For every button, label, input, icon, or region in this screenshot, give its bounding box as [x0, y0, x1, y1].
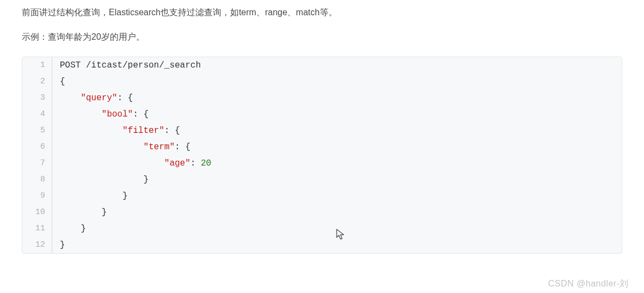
watermark: CSDN @handler-刘: [548, 278, 629, 290]
line-number: 10: [22, 204, 52, 221]
code-line: 9 }: [22, 188, 622, 204]
code-content: {: [52, 74, 65, 90]
code-token: [60, 158, 164, 168]
code-line: 11 }: [22, 221, 622, 237]
line-number: 1: [22, 57, 52, 74]
code-line: 8 }: [22, 172, 622, 188]
code-token: {: [60, 77, 65, 87]
code-token: }: [60, 207, 107, 217]
code-token: }: [60, 175, 148, 185]
code-token: 20: [201, 158, 211, 168]
line-number: 11: [22, 221, 52, 237]
code-token: "term": [144, 142, 175, 152]
code-line: 10 }: [22, 204, 622, 221]
code-content: }: [52, 237, 65, 253]
code-content: POST /itcast/person/_search: [52, 57, 201, 74]
code-line: 5 "filter": {: [22, 123, 622, 139]
code-content: "filter": {: [52, 123, 180, 139]
line-number: 7: [22, 155, 52, 172]
code-line: 1POST /itcast/person/_search: [22, 57, 622, 74]
code-token: "query": [81, 93, 117, 103]
code-token: "bool": [102, 109, 133, 119]
intro-paragraph: 前面讲过结构化查询，Elasticsearch也支持过滤查询，如term、ran…: [22, 5, 622, 20]
example-label: 示例：查询年龄为20岁的用户。: [22, 32, 622, 43]
code-line: 12}: [22, 237, 622, 253]
code-token: : {: [117, 93, 133, 103]
line-number: 5: [22, 123, 52, 139]
line-number: 9: [22, 188, 52, 204]
code-token: : {: [164, 126, 180, 136]
code-line: 3 "query": {: [22, 90, 622, 106]
code-token: [60, 142, 144, 152]
code-line: 7 "age": 20: [22, 155, 622, 172]
code-content: "query": {: [52, 90, 133, 106]
code-token: : {: [133, 109, 148, 119]
code-content: }: [52, 172, 148, 188]
code-content: }: [52, 221, 86, 237]
code-token: : {: [175, 142, 190, 152]
code-content: "age": 20: [52, 155, 211, 172]
code-token: POST /itcast/person/_search: [60, 60, 201, 70]
code-content: "term": {: [52, 139, 190, 155]
code-token: [60, 126, 122, 136]
code-token: }: [60, 240, 65, 250]
code-content: }: [52, 204, 107, 221]
code-token: [60, 93, 81, 103]
code-line: 6 "term": {: [22, 139, 622, 155]
code-token: "age": [164, 158, 190, 168]
code-content: "bool": {: [52, 106, 148, 123]
line-number: 6: [22, 139, 52, 155]
line-number: 8: [22, 172, 52, 188]
code-line: 4 "bool": {: [22, 106, 622, 123]
line-number: 2: [22, 74, 52, 90]
code-token: [60, 109, 102, 119]
line-number: 4: [22, 106, 52, 123]
code-content: }: [52, 188, 128, 204]
code-token: :: [190, 158, 201, 168]
code-block: 1POST /itcast/person/_search2{3 "query":…: [22, 57, 622, 254]
code-token: "filter": [122, 126, 164, 136]
line-number: 3: [22, 90, 52, 106]
code-token: }: [60, 224, 86, 234]
code-token: }: [60, 191, 128, 201]
code-line: 2{: [22, 74, 622, 90]
line-number: 12: [22, 237, 52, 253]
